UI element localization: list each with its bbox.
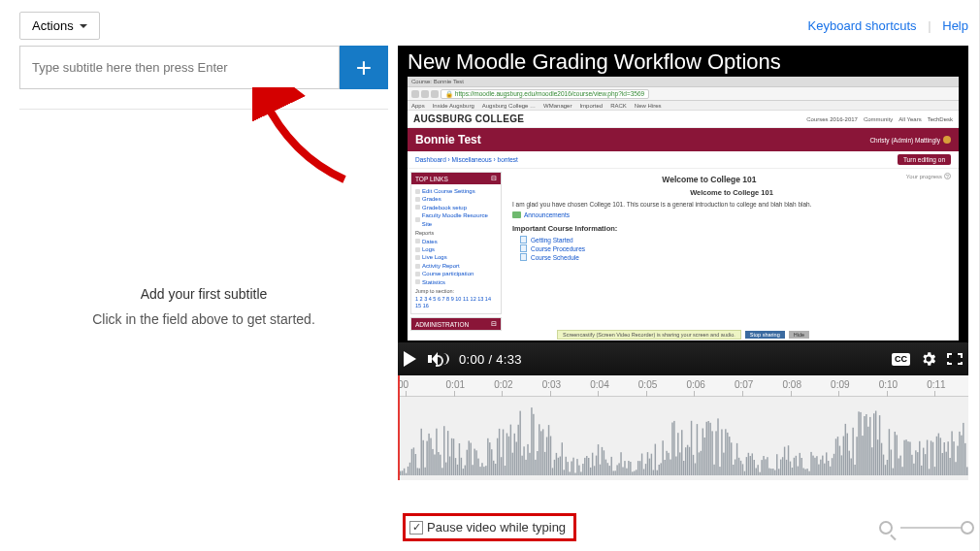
svg-rect-204 [786,460,787,475]
svg-rect-75 [540,431,541,475]
svg-rect-123 [632,471,633,475]
svg-rect-112 [611,457,612,475]
svg-rect-192 [763,456,764,475]
svg-rect-54 [501,457,502,475]
svg-rect-3 [404,469,405,475]
svg-rect-152 [687,445,688,475]
keyboard-shortcuts-link[interactable]: Keyboard shortcuts [808,18,917,33]
svg-rect-298 [964,443,965,475]
svg-rect-72 [535,460,536,475]
svg-rect-218 [812,456,813,475]
svg-rect-41 [475,450,476,475]
svg-rect-136 [657,470,658,475]
svg-rect-268 [907,441,908,475]
svg-rect-175 [731,442,732,475]
svg-rect-250 [873,413,874,475]
svg-rect-296 [961,436,962,475]
svg-rect-113 [612,470,613,475]
svg-rect-265 [901,467,902,475]
svg-rect-180 [740,461,741,475]
svg-rect-82 [554,460,555,475]
svg-rect-150 [683,461,684,475]
svg-rect-272 [915,450,916,475]
play-button[interactable] [404,351,416,367]
ruler-tick: 0:01 [446,379,465,390]
reload-icon [431,90,439,98]
svg-rect-146 [675,457,676,476]
svg-rect-232 [839,446,840,475]
settings-button[interactable] [920,350,937,368]
svg-rect-251 [875,411,876,476]
subtitle-input[interactable] [19,46,340,89]
forward-icon [421,90,429,98]
course-name: Bonnie Test [415,133,481,146]
svg-rect-189 [757,465,758,475]
svg-rect-171 [723,453,724,475]
svg-rect-181 [742,464,743,475]
svg-rect-145 [673,421,674,475]
svg-rect-271 [913,464,914,475]
svg-rect-246 [866,414,866,475]
svg-rect-262 [897,435,898,475]
svg-rect-109 [605,460,606,475]
svg-rect-140 [664,460,665,475]
svg-rect-79 [548,425,549,475]
zoom-slider[interactable] [900,527,968,529]
svg-rect-58 [508,437,509,475]
svg-rect-49 [491,449,492,475]
svg-rect-137 [659,465,660,475]
svg-rect-258 [889,429,890,475]
svg-rect-241 [856,437,857,475]
svg-rect-74 [539,424,539,475]
pause-label: Pause video while typing [427,520,566,535]
svg-rect-97 [582,464,583,475]
svg-rect-31 [457,465,458,475]
svg-rect-286 [942,453,943,475]
help-link[interactable]: Help [942,18,968,33]
svg-rect-201 [780,460,781,475]
video-title: New Moodle Grading Workflow Options [408,49,781,75]
fullscreen-button[interactable] [947,353,963,365]
svg-rect-30 [455,458,456,475]
cc-button[interactable]: CC [892,353,910,366]
svg-rect-106 [600,465,601,475]
timeline-cursor[interactable] [398,375,400,480]
svg-rect-91 [571,462,572,476]
svg-rect-5 [408,467,408,475]
svg-rect-92 [572,458,573,475]
volume-button[interactable] [428,351,447,367]
svg-rect-100 [588,458,589,475]
svg-rect-256 [885,465,886,475]
svg-rect-198 [774,470,775,475]
svg-rect-37 [469,440,470,475]
svg-rect-292 [953,441,954,475]
zoom-control[interactable] [879,521,968,535]
svg-rect-183 [746,457,747,475]
time-display: 0:00 / 4:33 [459,352,522,367]
svg-rect-182 [744,471,745,475]
add-subtitle-button[interactable]: + [340,46,388,89]
svg-rect-223 [822,456,823,475]
svg-rect-162 [706,422,707,475]
svg-rect-299 [966,467,967,475]
url-bar: 🔒 https://moodle.augsburg.edu/moodle2016… [441,89,649,99]
user-name: Christy (Admin) Mattingly [869,136,951,144]
svg-rect-88 [565,457,566,475]
actions-dropdown[interactable]: Actions [19,12,100,40]
svg-rect-132 [649,459,650,475]
svg-rect-55 [503,430,504,476]
svg-rect-279 [929,469,930,475]
svg-rect-94 [576,459,577,475]
svg-rect-116 [618,463,619,475]
svg-rect-274 [919,441,920,475]
timeline[interactable]: 000:010:020:030:040:050:060:070:080:090:… [398,375,968,480]
svg-rect-163 [707,421,708,475]
pause-while-typing-checkbox[interactable]: ✓ Pause video while typing [403,513,576,541]
video-player[interactable]: New Moodle Grading Workflow Options Cour… [398,46,968,375]
waveform[interactable] [398,397,968,480]
svg-rect-208 [794,458,795,475]
svg-rect-68 [527,444,528,475]
svg-rect-124 [634,471,635,476]
svg-rect-122 [630,462,631,475]
svg-rect-130 [645,464,646,475]
